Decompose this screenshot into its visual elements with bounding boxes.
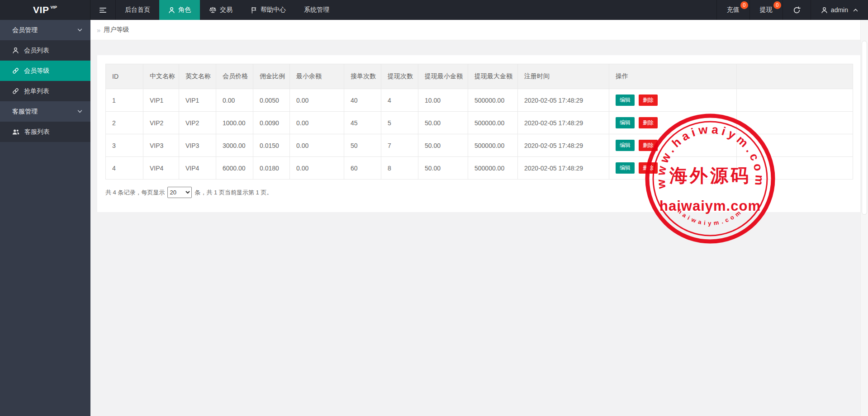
- delete-button[interactable]: 删除: [639, 95, 658, 106]
- table-cell: 7: [381, 134, 418, 157]
- table-cell: 50.00: [418, 157, 468, 180]
- hamburger-icon: [99, 7, 107, 14]
- table-cell: VIP3: [143, 134, 179, 157]
- logo-sup-text: VIP: [50, 5, 57, 9]
- table-cell: 0.00: [290, 157, 344, 180]
- sidebar-item-label: 会员列表: [24, 47, 49, 55]
- sidebar-item-member-list[interactable]: 会员列表: [0, 40, 90, 61]
- table-cell: 4: [106, 157, 143, 180]
- table-cell: 0.00: [290, 112, 344, 134]
- sidebar-item-label: 抢单列表: [24, 87, 49, 95]
- sidebar-item-member-level[interactable]: 会员等级: [0, 61, 90, 81]
- table-cell: 2020-02-05 17:48:29: [518, 89, 609, 112]
- delete-button[interactable]: 删除: [639, 162, 658, 174]
- column-header-empty: [737, 64, 853, 89]
- member-level-table: ID中文名称英文名称会员价格佣金比例最小余额接单次数提现次数提现最小金额提现最大…: [105, 64, 853, 180]
- table-cell: 500000.00: [468, 89, 518, 112]
- table-cell: 10.00: [418, 89, 468, 112]
- column-header: 注册时间: [518, 64, 609, 89]
- nav-item-home[interactable]: 后台首页: [116, 0, 159, 20]
- recharge-label: 充值: [727, 6, 740, 14]
- table-cell: 50.00: [418, 112, 468, 134]
- table-cell: 50.00: [418, 134, 468, 157]
- user-icon: [12, 47, 19, 54]
- sidebar: 会员管理会员列表会员等级抢单列表客服管理客服列表: [0, 20, 90, 416]
- table-cell: 1: [106, 89, 143, 112]
- table-cell: 2020-02-05 17:48:29: [518, 134, 609, 157]
- scrollbar-thumb[interactable]: [862, 41, 867, 215]
- user-icon: [821, 7, 828, 14]
- recharge-badge: 0: [740, 1, 748, 9]
- table-cell: VIP4: [143, 157, 179, 180]
- flag-icon: [251, 7, 257, 14]
- sidebar-item-label: 客服列表: [24, 128, 50, 136]
- edit-button[interactable]: 编辑: [616, 95, 635, 106]
- empty-cell: [737, 89, 853, 112]
- actions-cell: 编辑删除: [609, 157, 737, 180]
- table-cell: VIP1: [143, 89, 179, 112]
- scales-icon: [209, 6, 217, 14]
- table-cell: 3000.00: [216, 134, 253, 157]
- table-cell: 500000.00: [468, 134, 518, 157]
- sidebar-item-label: 会员等级: [24, 67, 49, 75]
- nav-item-role[interactable]: 角色: [159, 0, 200, 20]
- chevron-up-icon: [853, 9, 858, 12]
- table-row: 2VIP2VIP21000.000.00900.0045550.00500000…: [106, 112, 853, 134]
- withdraw-badge: 0: [773, 1, 781, 9]
- sidebar-item-order-list[interactable]: 抢单列表: [0, 81, 90, 101]
- column-header: ID: [106, 64, 143, 89]
- delete-button[interactable]: 删除: [639, 140, 658, 151]
- sidebar-item-service-list[interactable]: 客服列表: [0, 122, 90, 142]
- nav-item-label: 系统管理: [304, 6, 329, 14]
- empty-cell: [737, 112, 853, 134]
- nav-item-trade[interactable]: 交易: [200, 0, 242, 20]
- nav-item-label: 帮助中心: [261, 6, 286, 14]
- pagination: 共 4 条记录，每页显示 20 条，共 1 页当前显示第 1 页。: [105, 187, 853, 198]
- link-icon: [12, 67, 19, 74]
- table-cell: 50: [344, 134, 381, 157]
- table-cell: 500000.00: [468, 112, 518, 134]
- table-cell: VIP2: [179, 112, 216, 134]
- page-title: 用户等级: [104, 26, 129, 34]
- chevron-down-icon: [77, 110, 82, 113]
- actions-cell: 编辑删除: [609, 89, 737, 112]
- username: admin: [831, 6, 848, 14]
- recharge-button[interactable]: 充值 0: [716, 0, 749, 20]
- column-header: 操作: [609, 64, 737, 89]
- link-icon: [12, 88, 19, 95]
- actions-cell: 编辑删除: [609, 112, 737, 134]
- per-page-select[interactable]: 20: [167, 187, 192, 198]
- table-cell: VIP4: [179, 157, 216, 180]
- withdraw-button[interactable]: 提现 0: [749, 0, 783, 20]
- table-cell: VIP1: [179, 89, 216, 112]
- table-cell: 6000.00: [216, 157, 253, 180]
- scrollbar: [860, 20, 868, 416]
- table-cell: 8: [381, 157, 418, 180]
- column-header: 最小余额: [290, 64, 344, 89]
- main-menu: 后台首页角色交易帮助中心系统管理: [116, 0, 338, 20]
- edit-button[interactable]: 编辑: [616, 162, 635, 174]
- table-cell: VIP2: [143, 112, 179, 134]
- table-cell: 0.00: [290, 89, 344, 112]
- refresh-button[interactable]: [783, 0, 811, 20]
- edit-button[interactable]: 编辑: [616, 140, 635, 151]
- table-cell: 2: [106, 112, 143, 134]
- table-cell: 2020-02-05 17:48:29: [518, 112, 609, 134]
- sidebar-toggle-button[interactable]: [90, 0, 116, 20]
- nav-item-system[interactable]: 系统管理: [295, 0, 338, 20]
- table-cell: 1000.00: [216, 112, 253, 134]
- table-cell: 500000.00: [468, 157, 518, 180]
- delete-button[interactable]: 删除: [639, 117, 658, 128]
- column-header: 英文名称: [179, 64, 216, 89]
- nav-item-help[interactable]: 帮助中心: [242, 0, 295, 20]
- table-cell: 40: [344, 89, 381, 112]
- withdraw-label: 提现: [760, 6, 773, 14]
- table-cell: 4: [381, 89, 418, 112]
- sidebar-group-label: 会员管理: [12, 26, 38, 34]
- user-menu[interactable]: admin: [811, 0, 868, 20]
- users-icon: [12, 129, 19, 135]
- table-cell: 0.00: [216, 89, 253, 112]
- sidebar-group-member-management[interactable]: 会员管理: [0, 20, 90, 40]
- sidebar-group-service-management[interactable]: 客服管理: [0, 101, 90, 122]
- edit-button[interactable]: 编辑: [616, 117, 635, 128]
